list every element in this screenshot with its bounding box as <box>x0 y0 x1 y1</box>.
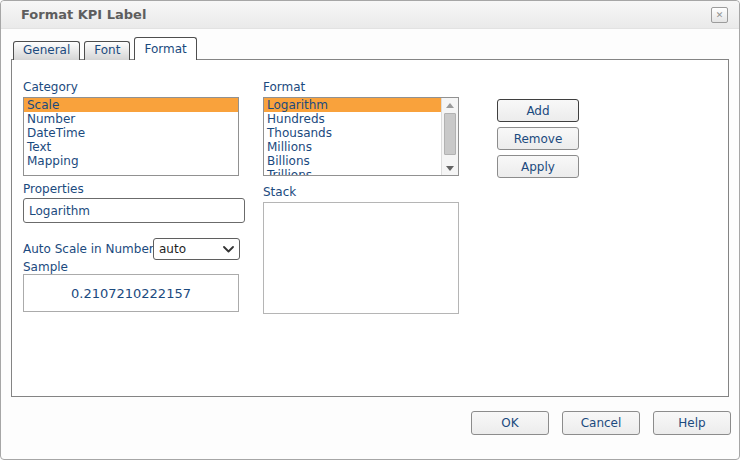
tab-general[interactable]: General <box>13 41 80 60</box>
auto-scale-value: auto <box>159 242 223 256</box>
dialog-titlebar: Format KPI Label ✕ <box>1 1 739 29</box>
help-button[interactable]: Help <box>653 411 731 435</box>
format-item[interactable]: Logarithm <box>264 98 442 112</box>
scrollbar-thumb[interactable] <box>444 113 456 155</box>
format-item[interactable]: Trillions <box>264 168 442 176</box>
auto-scale-select[interactable]: auto <box>153 238 240 260</box>
format-item[interactable]: Thousands <box>264 126 442 140</box>
category-item[interactable]: Scale <box>24 98 238 112</box>
format-kpi-label-dialog: Format KPI Label ✕ General Font Format C… <box>0 0 740 460</box>
cancel-button[interactable]: Cancel <box>562 411 640 435</box>
format-item[interactable]: Billions <box>264 154 442 168</box>
category-item[interactable]: Text <box>24 140 238 154</box>
sample-box: 0.2107210222157 <box>23 274 239 312</box>
ok-button[interactable]: OK <box>471 411 549 435</box>
add-button[interactable]: Add <box>497 99 579 122</box>
format-tab-panel: Category ScaleNumberDateTimeTextMapping … <box>11 59 729 397</box>
tab-bar: General Font Format <box>13 37 201 60</box>
category-item[interactable]: Mapping <box>24 154 238 168</box>
category-label: Category <box>23 80 78 94</box>
format-list-scrollbar[interactable] <box>441 98 458 175</box>
scroll-up-icon[interactable] <box>442 98 458 112</box>
properties-label: Properties <box>23 182 84 196</box>
sample-label: Sample <box>23 260 68 274</box>
format-label: Format <box>263 80 305 94</box>
dialog-title: Format KPI Label <box>21 1 146 28</box>
apply-button[interactable]: Apply <box>497 155 579 178</box>
stack-listbox[interactable] <box>263 202 459 314</box>
category-listbox[interactable]: ScaleNumberDateTimeTextMapping <box>23 97 239 176</box>
sample-value: 0.2107210222157 <box>71 286 191 301</box>
tab-font[interactable]: Font <box>84 41 130 60</box>
remove-button[interactable]: Remove <box>497 127 579 150</box>
category-item[interactable]: DateTime <box>24 126 238 140</box>
close-icon[interactable]: ✕ <box>711 7 728 23</box>
category-item[interactable]: Number <box>24 112 238 126</box>
format-listbox[interactable]: LogarithmHundredsThousandsMillionsBillio… <box>263 97 459 176</box>
scroll-down-icon[interactable] <box>442 161 458 175</box>
chevron-down-icon <box>223 246 234 253</box>
tab-format[interactable]: Format <box>134 37 196 60</box>
format-item[interactable]: Millions <box>264 140 442 154</box>
stack-label: Stack <box>263 185 296 199</box>
auto-scale-label: Auto Scale in Number: <box>23 242 158 256</box>
properties-input[interactable] <box>23 198 245 223</box>
format-item[interactable]: Hundreds <box>264 112 442 126</box>
